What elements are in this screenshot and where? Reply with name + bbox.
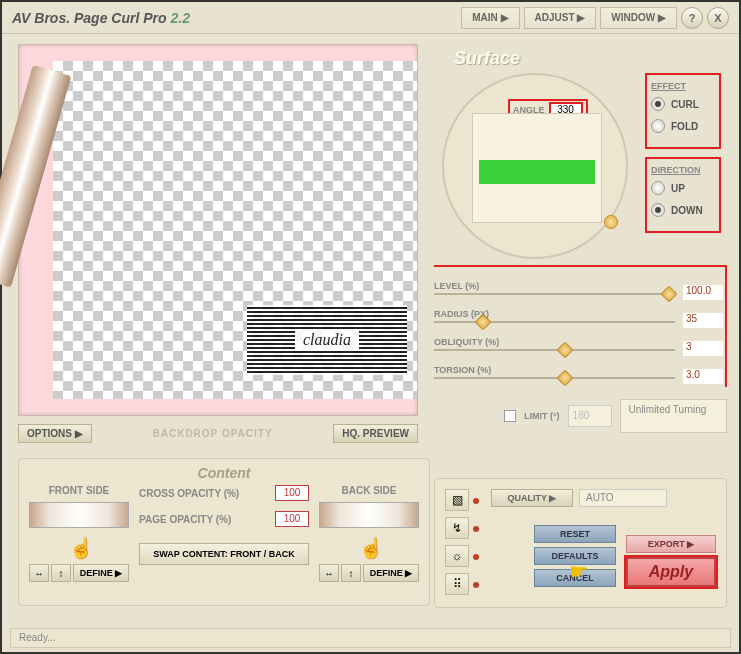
down-radio[interactable] xyxy=(651,203,665,217)
sliders-group: LEVEL (%) 100.0 RADIUS (PX) 35 OBLIQUITY… xyxy=(434,265,727,387)
content-title: Content xyxy=(29,465,419,481)
help-button[interactable]: ? xyxy=(681,7,703,29)
effect-label: EFFECT xyxy=(651,81,715,91)
torsion-value[interactable]: 3.0 xyxy=(683,369,723,384)
back-define-button[interactable]: DEFINE ▶ xyxy=(363,564,419,582)
cross-opacity-label: CROSS OPACITY (%) xyxy=(139,488,269,499)
obliquity-label: OBLIQUITY (%) xyxy=(434,337,499,347)
product: Page Curl Pro xyxy=(74,10,167,26)
back-texture-swatch[interactable] xyxy=(319,502,419,528)
front-side-label: FRONT SIDE xyxy=(29,485,129,496)
level-track[interactable] xyxy=(434,293,675,295)
level-value[interactable]: 100.0 xyxy=(683,285,723,300)
dot-icon xyxy=(473,526,479,532)
bottom-right-panel: ▧ ↯ ☼ ⠿ QUALITY ▶ AUTO RESET DEFAULTS CA… xyxy=(434,478,727,608)
pointer-icon: ☝ xyxy=(69,536,89,560)
front-texture-swatch[interactable] xyxy=(29,502,129,528)
hq-preview-button[interactable]: HQ. PREVIEW xyxy=(333,424,418,443)
swap-content-button[interactable]: SWAP CONTENT: FRONT / BACK xyxy=(139,543,309,565)
obliquity-knob[interactable] xyxy=(557,342,574,359)
angle-dial-area: ANGLE 330 xyxy=(442,73,634,265)
torsion-slider-row: TORSION (%) 3.0 xyxy=(434,367,675,387)
options-button[interactable]: OPTIONS ▶ xyxy=(18,424,92,443)
page-opacity-label: PAGE OPACITY (%) xyxy=(139,514,269,525)
render-mode-4-icon[interactable]: ⠿ xyxy=(445,573,469,595)
main-tab[interactable]: MAIN ▶ xyxy=(461,7,519,29)
render-mode-2-icon[interactable]: ↯ xyxy=(445,517,469,539)
limit-checkbox[interactable] xyxy=(504,410,516,422)
radius-value[interactable]: 35 xyxy=(683,313,723,328)
status-bar: Ready... xyxy=(10,628,731,648)
version: 2.2 xyxy=(170,10,189,26)
preview-pane: claudia xyxy=(18,44,418,416)
export-button[interactable]: EXPORT ▶ xyxy=(626,535,716,553)
dot-icon xyxy=(473,498,479,504)
pointer-icon: ☛ xyxy=(569,559,589,585)
reset-button[interactable]: RESET xyxy=(534,525,616,543)
limit-info: Unlimited Turning xyxy=(620,399,727,433)
backdrop-opacity-label: BACKDROP OPACITY xyxy=(102,428,324,439)
cross-opacity-value[interactable]: 100 xyxy=(275,485,309,501)
adjust-tab[interactable]: ADJUST ▶ xyxy=(524,7,597,29)
limit-value[interactable]: 180 xyxy=(568,405,612,427)
up-radio[interactable] xyxy=(651,181,665,195)
title-bar: AV Bros. Page Curl Pro 2.2 MAIN ▶ ADJUST… xyxy=(2,2,739,34)
watermark-text: claudia xyxy=(295,329,359,351)
content-panel: Content FRONT SIDE ☝ ↔ ↕ DEFINE ▶ CR xyxy=(18,458,430,606)
window-tab[interactable]: WINDOW ▶ xyxy=(600,7,677,29)
back-flip-v-button[interactable]: ↕ xyxy=(341,564,361,582)
front-flip-v-button[interactable]: ↕ xyxy=(51,564,71,582)
close-button[interactable]: X xyxy=(707,7,729,29)
back-side-label: BACK SIDE xyxy=(319,485,419,496)
direction-group: DIRECTION UP DOWN xyxy=(645,157,721,233)
dot-icon xyxy=(473,582,479,588)
dial-knob[interactable] xyxy=(604,215,618,229)
radius-slider-row: RADIUS (PX) 35 xyxy=(434,311,675,331)
up-label: UP xyxy=(671,183,685,194)
front-flip-h-button[interactable]: ↔ xyxy=(29,564,49,582)
dot-icon xyxy=(473,554,479,560)
effect-group: EFFECT CURL FOLD xyxy=(645,73,721,149)
torsion-label: TORSION (%) xyxy=(434,365,491,375)
direction-label: DIRECTION xyxy=(651,165,715,175)
down-label: DOWN xyxy=(671,205,703,216)
level-slider-row: LEVEL (%) 100.0 xyxy=(434,283,675,303)
obliquity-track[interactable] xyxy=(434,349,675,351)
curl-label: CURL xyxy=(671,99,699,110)
angle-dial[interactable]: ANGLE 330 xyxy=(442,73,628,259)
dial-green-bar xyxy=(479,160,595,184)
back-flip-h-button[interactable]: ↔ xyxy=(319,564,339,582)
obliquity-value[interactable]: 3 xyxy=(683,341,723,356)
limit-label: LIMIT (°) xyxy=(524,411,560,421)
quality-value: AUTO xyxy=(579,489,667,507)
dial-preview xyxy=(472,113,602,223)
front-define-button[interactable]: DEFINE ▶ xyxy=(73,564,129,582)
torsion-knob[interactable] xyxy=(557,370,574,387)
obliquity-slider-row: OBLIQUITY (%) 3 xyxy=(434,339,675,359)
torsion-track[interactable] xyxy=(434,377,675,379)
brand: AV Bros. xyxy=(12,10,70,26)
level-knob[interactable] xyxy=(661,286,678,303)
curl-radio[interactable] xyxy=(651,97,665,111)
fold-label: FOLD xyxy=(671,121,698,132)
watermark: claudia xyxy=(247,305,407,375)
front-side-box: FRONT SIDE ☝ ↔ ↕ DEFINE ▶ xyxy=(29,485,129,582)
plugin-window: AV Bros. Page Curl Pro 2.2 MAIN ▶ ADJUST… xyxy=(0,0,741,654)
back-side-box: BACK SIDE ☝ ↔ ↕ DEFINE ▶ xyxy=(319,485,419,582)
app-title: AV Bros. Page Curl Pro 2.2 xyxy=(12,10,190,26)
fold-radio[interactable] xyxy=(651,119,665,133)
radius-track[interactable] xyxy=(434,321,675,323)
quality-button[interactable]: QUALITY ▶ xyxy=(491,489,573,507)
surface-title: Surface xyxy=(454,48,727,69)
level-label: LEVEL (%) xyxy=(434,281,479,291)
pointer-icon: ☝ xyxy=(359,536,379,560)
page-opacity-value[interactable]: 100 xyxy=(275,511,309,527)
apply-button[interactable]: Apply xyxy=(626,557,716,587)
render-mode-3-icon[interactable]: ☼ xyxy=(445,545,469,567)
render-mode-1-icon[interactable]: ▧ xyxy=(445,489,469,511)
